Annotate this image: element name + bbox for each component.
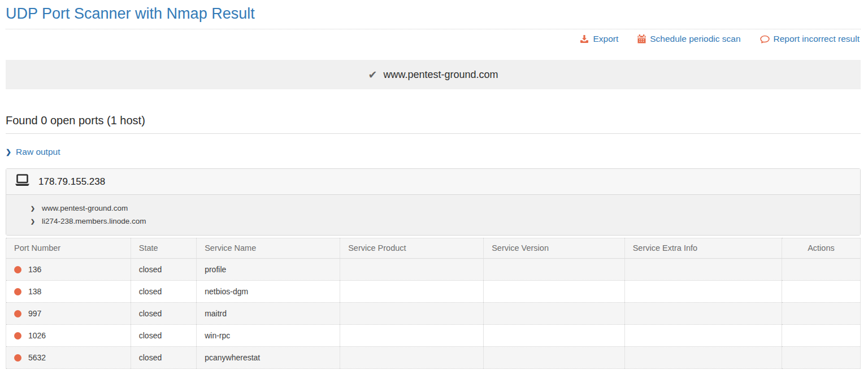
- actions-cell: [782, 259, 860, 281]
- actions-cell: [782, 325, 860, 347]
- column-header-actions: Actions: [782, 238, 860, 259]
- column-header-state: State: [131, 238, 196, 259]
- port-number: 5632: [28, 353, 46, 362]
- service-version-cell: [484, 259, 624, 281]
- service-extra-info-cell: [624, 347, 782, 369]
- chevron-right-icon: ❯: [31, 215, 35, 228]
- state-cell: closed: [131, 325, 196, 347]
- closed-dot: [14, 332, 21, 339]
- host-panel-header: 178.79.155.238: [6, 169, 860, 195]
- export-button[interactable]: Export: [580, 34, 618, 44]
- column-header-service-product: Service Product: [340, 238, 484, 259]
- closed-dot: [14, 288, 21, 295]
- table-row: 138 closed netbios-dgm: [6, 281, 861, 303]
- table-row: 136 closed profile: [6, 259, 861, 281]
- laptop-icon: [15, 174, 30, 189]
- host-ip: 178.79.155.238: [38, 176, 105, 188]
- port-number: 136: [28, 265, 41, 274]
- scanned-target-bar: ✔ www.pentest-ground.com: [6, 60, 861, 89]
- service-version-cell: [484, 325, 624, 347]
- report-incorrect-result-button[interactable]: Report incorrect result: [760, 34, 860, 44]
- port-cell: 1026: [6, 325, 131, 347]
- actions-cell: [782, 281, 860, 303]
- schedule-periodic-scan-button[interactable]: Schedule periodic scan: [637, 34, 740, 44]
- service-extra-info-cell: [624, 303, 782, 325]
- result-toolbar: Export: [6, 29, 861, 49]
- hostname-label: li274-238.members.linode.com: [42, 215, 146, 228]
- service-product-cell: [340, 303, 484, 325]
- service-product-cell: [340, 325, 484, 347]
- service-version-cell: [484, 303, 624, 325]
- hostname-item[interactable]: ❯ li274-238.members.linode.com: [31, 215, 860, 228]
- scanned-target-host: www.pentest-ground.com: [383, 69, 498, 81]
- hostnames-section: ❯ www.pentest-ground.com ❯ li274-238.mem…: [6, 195, 860, 235]
- calendar-icon: [637, 34, 646, 43]
- service-extra-info-cell: [624, 325, 782, 347]
- scan-summary-heading: Found 0 open ports (1 host): [6, 114, 861, 134]
- closed-dot: [14, 354, 21, 362]
- service-version-cell: [484, 281, 624, 303]
- port-cell: 997: [6, 303, 131, 325]
- service-extra-info-cell: [624, 281, 782, 303]
- port-cell: 5632: [6, 347, 131, 369]
- state-cell: closed: [131, 281, 196, 303]
- check-icon: ✔: [368, 69, 377, 80]
- hostname-item[interactable]: ❯ www.pentest-ground.com: [31, 202, 860, 215]
- service-version-cell: [484, 347, 624, 369]
- closed-dot: [14, 310, 21, 317]
- port-cell: 136: [6, 259, 131, 281]
- closed-dot: [14, 266, 21, 273]
- actions-cell: [782, 347, 860, 369]
- raw-output-toggle[interactable]: ❯ Raw output: [6, 147, 60, 157]
- service-product-cell: [340, 259, 484, 281]
- port-cell: 138: [6, 281, 131, 303]
- raw-output-label: Raw output: [16, 147, 60, 157]
- port-number: 1026: [28, 331, 46, 340]
- ports-table: Port Number State Service Name Service P…: [6, 238, 861, 369]
- port-number: 997: [28, 309, 41, 318]
- actions-cell: [782, 303, 860, 325]
- service-name-cell: win-rpc: [197, 325, 340, 347]
- port-number: 138: [28, 287, 41, 296]
- column-header-port-number: Port Number: [6, 238, 131, 259]
- report-label: Report incorrect result: [774, 34, 860, 44]
- service-name-cell: pcanywherestat: [197, 347, 340, 369]
- service-product-cell: [340, 281, 484, 303]
- column-header-service-extra-info: Service Extra Info: [624, 238, 782, 259]
- download-icon: [580, 34, 589, 43]
- column-header-service-version: Service Version: [484, 238, 624, 259]
- table-header-row: Port Number State Service Name Service P…: [6, 238, 861, 259]
- schedule-label: Schedule periodic scan: [650, 34, 740, 44]
- chevron-right-icon: ❯: [6, 148, 11, 156]
- table-row: 1026 closed win-rpc: [6, 325, 861, 347]
- state-cell: closed: [131, 259, 196, 281]
- service-name-cell: maitrd: [197, 303, 340, 325]
- service-extra-info-cell: [624, 259, 782, 281]
- service-name-cell: netbios-dgm: [197, 281, 340, 303]
- comment-icon: [760, 35, 770, 43]
- page-title: UDP Port Scanner with Nmap Result: [6, 0, 861, 29]
- state-cell: closed: [131, 303, 196, 325]
- state-cell: closed: [131, 347, 196, 369]
- scan-result-page: UDP Port Scanner with Nmap Result Export: [0, 0, 868, 370]
- column-header-service-name: Service Name: [197, 238, 340, 259]
- service-product-cell: [340, 347, 484, 369]
- export-label: Export: [593, 34, 618, 44]
- service-name-cell: profile: [197, 259, 340, 281]
- table-row: 5632 closed pcanywherestat: [6, 347, 861, 369]
- host-panel: 178.79.155.238 ❯ www.pentest-ground.com …: [6, 168, 861, 236]
- chevron-right-icon: ❯: [31, 202, 35, 215]
- hostname-label: www.pentest-ground.com: [42, 202, 128, 215]
- table-row: 997 closed maitrd: [6, 303, 861, 325]
